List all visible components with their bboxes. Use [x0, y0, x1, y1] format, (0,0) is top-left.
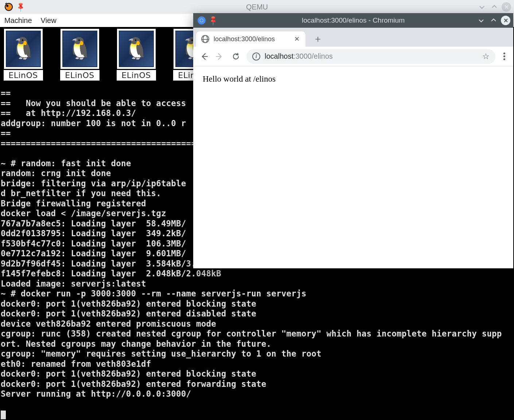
qemu-app-icon: [4, 2, 14, 12]
svg-point-2: [6, 5, 8, 7]
bookmark-star-icon[interactable]: ☆: [482, 52, 490, 61]
chromium-window: 📌 localhost:3000/elinos - Chromium ✕ loc…: [193, 13, 513, 268]
elinos-logo: [117, 28, 156, 69]
globe-icon: [201, 35, 209, 43]
close-button[interactable]: ✕: [502, 2, 511, 12]
reload-button[interactable]: [230, 51, 241, 62]
back-button[interactable]: [198, 51, 209, 62]
svg-point-1: [5, 4, 12, 10]
chromium-title: localhost:3000/elinos - Chromium: [302, 16, 405, 24]
kebab-menu-icon[interactable]: [501, 52, 508, 60]
menu-machine[interactable]: Machine: [4, 16, 32, 25]
terminal-cursor: [1, 411, 6, 419]
qemu-titlebar[interactable]: 📌 QEMU ✕: [0, 0, 514, 14]
new-tab-button[interactable]: ＋: [311, 32, 324, 45]
desktop-icon[interactable]: ELinOS: [115, 28, 157, 81]
qemu-title: QEMU: [246, 3, 268, 11]
desktop-icon[interactable]: ELinOS: [59, 28, 101, 81]
close-button[interactable]: ✕: [501, 16, 510, 25]
maximize-button[interactable]: [489, 2, 499, 12]
minimize-button[interactable]: [476, 15, 486, 26]
site-info-icon[interactable]: i: [252, 52, 260, 61]
minimize-button[interactable]: [477, 2, 487, 12]
page-text: Hello world at /elinos: [203, 74, 504, 84]
desktop-icon-label: ELinOS: [4, 70, 43, 81]
omnibox[interactable]: i localhost:3000/elinos ☆: [246, 49, 495, 64]
omnibox-path: :3000/elinos: [293, 52, 333, 60]
chromium-titlebar[interactable]: 📌 localhost:3000/elinos - Chromium ✕: [193, 13, 513, 28]
tab-active[interactable]: localhost:3000/elinos ✕: [196, 31, 305, 47]
tabbar: localhost:3000/elinos ✕ ＋: [193, 28, 513, 47]
tab-label: localhost:3000/elinos: [214, 35, 275, 43]
pin-icon[interactable]: 📌: [207, 15, 219, 26]
elinos-logo: [60, 28, 100, 69]
forward-button[interactable]: [214, 51, 225, 62]
page-content: Hello world at /elinos: [193, 66, 513, 92]
chromium-app-icon: [197, 16, 206, 25]
chromium-window-controls: ✕: [476, 15, 510, 26]
desktop-icon-label: ELinOS: [60, 70, 100, 81]
pin-icon[interactable]: 📌: [15, 1, 26, 12]
qemu-window-controls: ✕: [477, 2, 511, 12]
elinos-logo: [4, 28, 43, 69]
maximize-button[interactable]: [488, 15, 499, 26]
omnibox-host: localhost: [265, 52, 293, 60]
svg-point-5: [200, 19, 203, 22]
desktop-icon-label: ELinOS: [117, 70, 156, 81]
tab-close-icon[interactable]: ✕: [293, 35, 300, 43]
desktop-icon[interactable]: ELinOS: [2, 28, 44, 81]
omnibox-text: localhost:3000/elinos: [265, 52, 478, 61]
menu-view[interactable]: View: [41, 16, 57, 25]
toolbar: i localhost:3000/elinos ☆: [193, 47, 513, 66]
